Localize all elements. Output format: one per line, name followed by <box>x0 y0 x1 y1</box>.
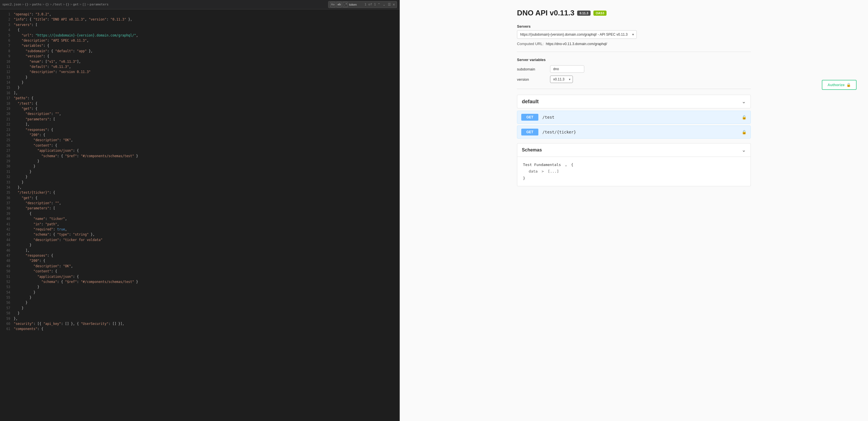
code-line-23: 23 "responses": { <box>0 127 399 132</box>
code-line-19: 19 "get": { <box>0 106 399 111</box>
schema-collapse-icon[interactable]: ⌄ <box>565 162 569 167</box>
breadcrumb-parameters: parameters <box>90 2 108 7</box>
search-bar[interactable]: Aa ab .* 1 of 1 ⌃ ⌄ ☰ × <box>328 1 397 8</box>
oas3-badge: OAS3 <box>593 10 607 16</box>
code-line-14: 14 } <box>0 80 399 85</box>
servers-label: Servers <box>517 24 751 29</box>
code-line-36: 36 "get": { <box>0 196 399 201</box>
code-line-24: 24 "200": { <box>0 132 399 138</box>
code-line-18: 18 "/test": { <box>0 101 399 106</box>
authorize-button[interactable]: Authorize 🔒 <box>822 80 857 90</box>
code-line-17: 17"paths": { <box>0 95 399 101</box>
breadcrumb-test: /test <box>53 2 62 7</box>
schemas-section: Schemas ⌄ Test Fundamentals ⌄ { data > [… <box>517 143 751 186</box>
breadcrumb-get: get <box>73 2 79 7</box>
computed-url-label: Computed URL: <box>517 42 544 46</box>
code-line-12: 12 "description": "version 0.11.3" <box>0 69 399 74</box>
breadcrumb-obj1: {} <box>45 2 49 7</box>
code-line-7: 7 "variables": { <box>0 43 399 48</box>
search-close-button[interactable]: × <box>393 2 395 7</box>
code-line-48: 48 "200": { <box>0 258 399 263</box>
get-method-badge: GET <box>521 114 538 121</box>
group-header-default[interactable]: default ⌄ <box>517 95 751 109</box>
lock-authorize-icon: 🔒 <box>846 83 851 87</box>
code-line-15: 15 } <box>0 85 399 90</box>
search-toggle-button[interactable]: ☰ <box>387 3 392 6</box>
api-title: DNO API v0.11.3 <box>517 8 574 18</box>
endpoint-row-get-test[interactable]: GET /test 🔒 <box>517 111 751 124</box>
code-line-53: 53 } <box>0 284 399 290</box>
code-line-59: 59}, <box>0 316 399 321</box>
editor-content: 1"openapi": "3.0.2", 2"info": { "title":… <box>0 9 399 421</box>
server-variables-title: Server variables <box>517 58 751 62</box>
server-variables-section: Server variables subdomain version v0.11… <box>517 58 751 83</box>
authorize-label: Authorize <box>828 83 845 87</box>
code-line-2: 2"info": { "title": "DNO API v0.11.3", "… <box>0 17 399 22</box>
api-header: DNO API v0.11.3 0.11.3 OAS3 <box>517 8 751 18</box>
code-line-35: 35 "/test/{ticker}": { <box>0 190 399 195</box>
code-line-22: 22 ], <box>0 122 399 127</box>
variable-row-subdomain: subdomain <box>517 65 751 73</box>
schema-close-brace: } <box>523 176 525 180</box>
code-line-58: 58 } <box>0 311 399 316</box>
code-line-11: 11 "default": "v0.11.3", <box>0 64 399 69</box>
server-select[interactable]: https://{subdomain}-{version}.domain.com… <box>517 30 637 39</box>
computed-url-value: https://dno-v0.11.3.domain.com/graphql/ <box>546 42 607 46</box>
code-line-52: 52 "schema": { "$ref": "#/components/sch… <box>0 279 399 284</box>
computed-url-row: Computed URL: https://dno-v0.11.3.domain… <box>517 42 751 46</box>
variable-row-version: version v0.11.3 v1 <box>517 76 751 83</box>
search-result-count: 1 of 1 <box>365 2 376 7</box>
group-title: default <box>522 99 539 105</box>
code-line-29: 29 } <box>0 158 399 164</box>
schema-name: Test Fundamentals <box>523 162 561 167</box>
code-line-41: 41 "in": "path", <box>0 222 399 227</box>
subdomain-input[interactable] <box>550 65 584 73</box>
code-line-8: 8 "subdomain": { "default": "app" }, <box>0 49 399 54</box>
schemas-body: Test Fundamentals ⌄ { data > [...] } <box>517 157 751 186</box>
lock-icon-2: 🔒 <box>742 130 746 134</box>
code-line-43: 43 "schema": { "type": "string" }, <box>0 232 399 237</box>
version-select[interactable]: v0.11.3 v1 <box>550 76 573 83</box>
search-next-button[interactable]: ⌄ <box>382 3 386 6</box>
code-line-25: 25 "description": "OK", <box>0 138 399 143</box>
code-line-46: 46 ], <box>0 248 399 253</box>
endpoint-row-get-test-ticker[interactable]: GET /test/{ticker} 🔒 <box>517 125 751 139</box>
schema-open-brace: { <box>571 162 574 167</box>
code-line-40: 40 "name": "ticker", <box>0 216 399 221</box>
editor-panel: spec2.json > {} > paths > {} > /test > {… <box>0 0 399 421</box>
code-line-57: 57 } <box>0 305 399 311</box>
schemas-title: Schemas <box>522 147 542 153</box>
code-line-51: 51 "application/json": { <box>0 274 399 279</box>
servers-section: Servers https://{subdomain}-{version}.do… <box>517 24 751 46</box>
lock-icon: 🔒 <box>742 115 746 120</box>
schemas-header[interactable]: Schemas ⌄ <box>517 143 751 157</box>
match-case-icon: Aa <box>330 2 335 7</box>
code-line-54: 54 } <box>0 290 399 295</box>
schema-field-expand[interactable]: [...] <box>548 169 559 173</box>
breadcrumb-file: spec2.json <box>2 2 21 7</box>
version-badge: 0.11.3 <box>577 10 591 16</box>
schema-item-test-fundamentals: Test Fundamentals ⌄ { data > [...] } <box>523 161 745 181</box>
code-line-60: 60"security": [{ "api_key": [] }, { "Use… <box>0 321 399 326</box>
code-line-9: 9 "version": { <box>0 54 399 59</box>
endpoint-path-test-ticker: /test/{ticker} <box>542 130 742 134</box>
code-line-21: 21 "parameters": [ <box>0 117 399 122</box>
code-line-16: 16], <box>0 90 399 95</box>
code-line-50: 50 "content": { <box>0 269 399 274</box>
search-input[interactable] <box>349 3 363 6</box>
breadcrumb-paths: {} <box>25 2 29 7</box>
code-line-30: 30 } <box>0 164 399 169</box>
regex-icon: .* <box>343 2 348 7</box>
version-select-wrapper: v0.11.3 v1 <box>550 76 573 83</box>
search-prev-button[interactable]: ⌃ <box>377 3 381 6</box>
breadcrumb-paths-label: paths <box>32 2 42 7</box>
whole-word-icon: ab <box>337 2 342 7</box>
code-line-33: 33 } <box>0 180 399 185</box>
code-line-34: 34 }, <box>0 185 399 190</box>
swagger-panel: DNO API v0.11.3 0.11.3 OAS3 Servers http… <box>400 0 868 421</box>
breadcrumb-obj2: {} <box>66 2 69 7</box>
code-line-56: 56 } <box>0 300 399 305</box>
code-line-45: 45 } <box>0 242 399 248</box>
get-method-badge-2: GET <box>521 129 538 136</box>
chevron-down-icon: ⌄ <box>742 98 746 105</box>
